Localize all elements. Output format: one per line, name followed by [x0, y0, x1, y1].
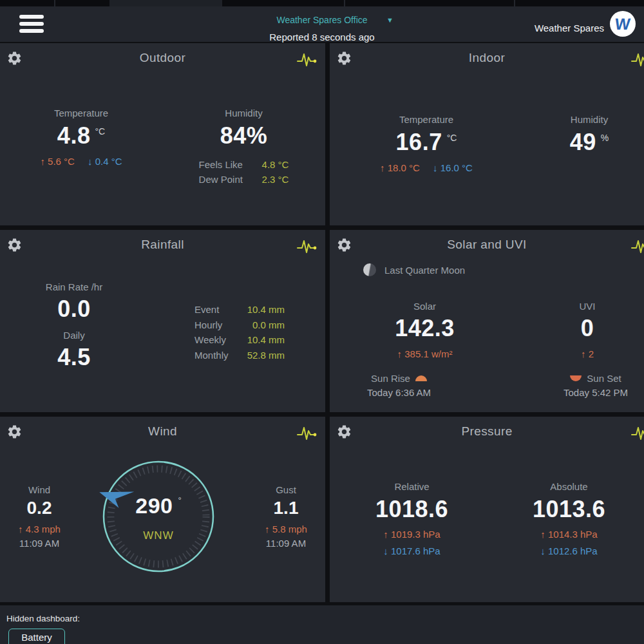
indoor-humidity-block: Humidity 49% [542, 114, 636, 156]
panel-title: Pressure [330, 424, 644, 439]
temperature-high-low: ↑ 5.6 °C ↓ 0.4 °C [0, 156, 162, 167]
tab-separator [514, 0, 515, 6]
low-arrow-icon: ↓ [540, 545, 545, 556]
temperature-unit: °C [447, 133, 457, 143]
chevron-down-icon[interactable]: ▼ [386, 16, 393, 24]
temperature-high: 5.6 °C [48, 156, 75, 167]
high-arrow-icon: ↑ [397, 348, 402, 359]
chart-pulse-icon[interactable] [631, 425, 644, 442]
uvi-high-value: 2 [589, 348, 594, 359]
temperature-value: 16.7 [396, 129, 442, 155]
wind-gust-time: 11:09 AM [247, 538, 325, 549]
sunset-row: Sun Set [541, 373, 644, 384]
rain-totals-table: Event10.4 mm Hourly0.0 mm Weekly10.4 mm … [194, 302, 285, 363]
humidity-value: 49 [570, 129, 596, 155]
humidity-label: Humidity [542, 114, 636, 125]
pressure-relative-block: Relative 1018.6 ↑ 1019.3 hPa ↓ 1017.6 hP… [330, 481, 494, 556]
panel-rainfall: Rainfall Rain Rate /hr 0.0 Daily 4.5 Eve… [0, 230, 325, 412]
pressure-absolute-block: Absolute 1013.6 ↑ 1014.3 hPa ↓ 1012.6 hP… [494, 481, 644, 556]
sunrise-time: Today 6:36 AM [339, 387, 459, 398]
pressure-relative-label: Relative [330, 481, 494, 492]
high-arrow-icon: ↑ [265, 524, 270, 535]
wind-speed-label: Wind [0, 484, 79, 495]
chart-pulse-icon[interactable] [631, 52, 644, 68]
hidden-dashboard-label: Hidden dashboard: [6, 614, 80, 623]
wind-speed-block: Wind 0.2 ↑ 4.3 mph 11:09 AM [0, 484, 79, 549]
rain-total-row: Monthly52.8 mm [194, 348, 285, 363]
panel-pressure: Pressure Relative 1018.6 ↑ 1019.3 hPa ↓ … [330, 417, 644, 602]
sunrise-block: Sun Rise Today 6:36 AM [339, 373, 459, 398]
wind-speed-high-value: 4.3 mph [26, 524, 61, 535]
humidity-value: 84% [162, 122, 325, 149]
wind-compass: 290° WNW [102, 460, 215, 573]
wind-speed-value: 0.2 [0, 498, 79, 518]
panel-outdoor: Outdoor Temperature 4.8°C ↑ 5.6 °C ↓ 0.4… [0, 43, 325, 225]
temperature-unit: °C [95, 126, 105, 137]
sunset-time: Today 5:42 PM [541, 387, 644, 398]
solar-label: Solar [343, 301, 507, 312]
humidity-label: Humidity [162, 108, 325, 118]
high-arrow-icon: ↑ [581, 348, 586, 359]
brand-logo-letter: W [614, 15, 632, 33]
rain-rate-label: Rain Rate /hr [0, 281, 148, 292]
pressure-absolute-high-value: 1014.3 hPa [548, 529, 598, 540]
sunrise-row: Sun Rise [339, 373, 459, 384]
pressure-relative-value: 1018.6 [330, 496, 494, 523]
feels-like-label: Feels Like [199, 157, 253, 172]
rain-daily-value: 4.5 [0, 344, 148, 371]
pressure-absolute-label: Absolute [494, 481, 644, 492]
rain-total-label: Weekly [194, 332, 242, 348]
chart-pulse-icon[interactable] [631, 238, 644, 255]
derived-temps: Feels Like4.8 °C Dew Point2.3 °C [162, 157, 325, 187]
chart-pulse-icon[interactable] [297, 52, 317, 68]
moon-phase-row: Last Quarter Moon [363, 263, 465, 276]
rain-total-label: Hourly [194, 317, 242, 333]
feels-like-value: 4.8 °C [262, 157, 289, 172]
wind-direction-unit: ° [178, 495, 182, 505]
pressure-absolute-low-value: 1012.6 hPa [548, 545, 598, 556]
high-arrow-icon: ↑ [540, 529, 545, 540]
wind-speed-time: 11:09 AM [0, 538, 79, 549]
dew-point-label: Dew Point [199, 172, 253, 187]
panel-title: Outdoor [0, 51, 325, 65]
brand-name: Weather Spares [535, 23, 604, 33]
tab-separator [54, 0, 55, 6]
temperature-high-low: ↑ 18.0 °C ↓ 16.0 °C [343, 162, 510, 173]
moon-phase-label: Last Quarter Moon [384, 265, 465, 276]
panel-wind: Wind Wind 0.2 ↑ 4.3 mph 11:09 AM 290° WN… [0, 417, 325, 602]
moon-phase-icon [363, 263, 376, 276]
wind-speed-high: ↑ 4.3 mph [0, 524, 79, 535]
temperature-low: 16.0 °C [440, 162, 473, 173]
rain-total-value: 52.8 mm [242, 348, 285, 363]
rain-total-label: Event [194, 302, 242, 317]
high-arrow-icon: ↑ [380, 162, 385, 173]
rain-total-label: Monthly [194, 348, 242, 363]
tab-separator [344, 0, 345, 6]
uvi-block: UVI 0 ↑ 2 [542, 301, 632, 359]
weather-dashboard: Weather Spares Office ▼ Reported 8 secon… [0, 0, 644, 644]
solar-high: ↑ 385.1 w/m² [343, 348, 507, 359]
wind-direction-cardinal: WNW [102, 529, 215, 542]
wind-direction-degrees: 290 [135, 493, 173, 518]
solar-value: 142.3 [343, 315, 507, 342]
panel-title: Solar and UVI [330, 238, 644, 252]
low-arrow-icon: ↓ [433, 162, 438, 173]
dew-point-row: Dew Point2.3 °C [162, 172, 325, 187]
uvi-high: ↑ 2 [542, 348, 632, 359]
low-arrow-icon: ↓ [88, 156, 93, 167]
temperature-label: Temperature [343, 114, 510, 125]
temperature-high: 18.0 °C [388, 162, 420, 173]
pressure-absolute-low: ↓ 1012.6 hPa [494, 545, 644, 556]
pressure-absolute-value: 1013.6 [494, 496, 644, 523]
pressure-relative-low-value: 1017.6 hPa [391, 545, 440, 556]
rain-total-value: 10.4 mm [242, 332, 285, 348]
battery-dashboard-button[interactable]: Battery [8, 629, 65, 644]
sunrise-label: Sun Rise [371, 373, 410, 384]
chart-pulse-icon[interactable] [297, 425, 317, 442]
low-arrow-icon: ↓ [383, 545, 388, 556]
rain-total-row: Event10.4 mm [194, 302, 285, 317]
rain-total-row: Hourly0.0 mm [194, 317, 285, 333]
sunset-label: Sun Set [587, 373, 621, 384]
chart-pulse-icon[interactable] [297, 238, 317, 255]
browser-active-tab [109, 0, 222, 6]
